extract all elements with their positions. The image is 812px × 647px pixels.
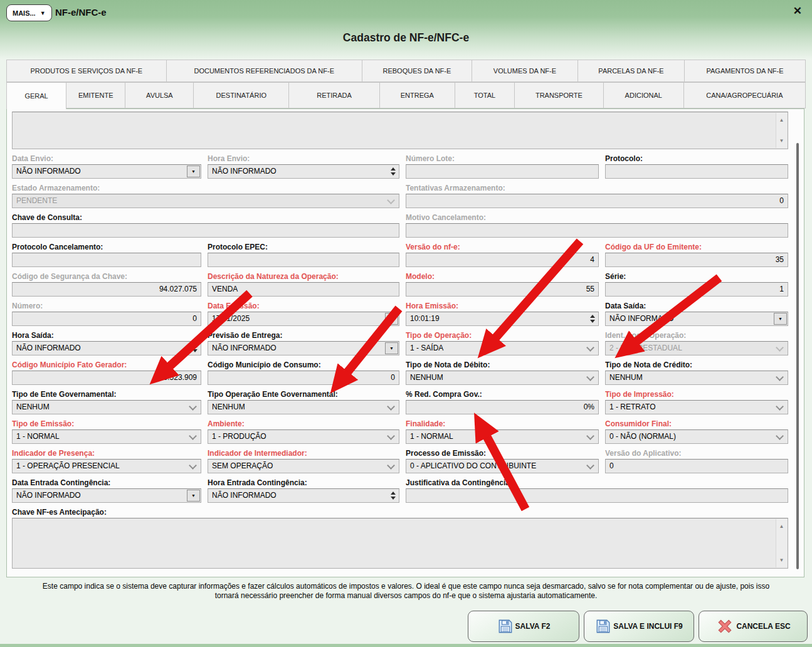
tipo-nota-credito-input[interactable]: NENHUM (605, 371, 788, 385)
observacoes-topo-input[interactable]: ▲▼ (12, 112, 788, 149)
spinner-down-icon[interactable] (192, 349, 198, 352)
indicador-intermediador-input[interactable]: SEM OPERAÇÃO (208, 459, 399, 473)
cancela-esc-button[interactable]: CANCELA ESC (699, 611, 808, 642)
consumidor-final-chevron-down-icon[interactable] (776, 432, 784, 440)
tipo-impressao-chevron-down-icon[interactable] (776, 402, 784, 411)
tab-cana-agropecuária[interactable]: CANA/AGROPECUÁRIA (683, 82, 806, 108)
tab-avulsa[interactable]: AVULSA (125, 82, 194, 108)
tipo-operacao-ente-governamental-input[interactable]: NENHUM (208, 400, 399, 414)
justificativa-contingencia-input[interactable] (406, 488, 788, 503)
consumidor-final-input[interactable]: 0 - NÃO (NORMAL) (605, 429, 788, 444)
estado-armazenamento-input[interactable]: PENDENTE (12, 194, 399, 208)
previsao-entrega-dropdown-button[interactable]: ▼ (385, 342, 398, 354)
tab-documentos-referenciados-da-nf-e[interactable]: DOCUMENTOS REFERENCIADOS DA NF-E (166, 60, 362, 82)
tipo-impressao-input[interactable]: 1 - RETRATO (605, 400, 788, 414)
processo-emissao-chevron-down-icon[interactable] (586, 461, 594, 470)
codigo-municipio-fato-gerador-input[interactable]: 3.523.909 (12, 371, 201, 385)
versao-nfe-input[interactable]: 4 (406, 253, 599, 267)
chave-nfes-antecipacao-input[interactable]: ▲▼ (12, 518, 788, 569)
serie-input[interactable]: 1 (605, 282, 788, 297)
versao-aplicativo-input[interactable]: 0 (605, 459, 788, 473)
data-entrada-contingencia-dropdown-button[interactable]: ▼ (187, 490, 200, 502)
hora-saida-spinner[interactable] (191, 342, 199, 355)
hora-entrada-contingencia-input[interactable]: NÃO INFORMADO (208, 488, 399, 503)
protocolo-cancelamento-input[interactable] (12, 253, 201, 267)
chave-consulta-input[interactable] (12, 223, 399, 238)
spinner-up-icon[interactable] (391, 167, 396, 171)
finalidade-chevron-down-icon[interactable] (586, 432, 594, 440)
tab-entrega[interactable]: ENTREGA (379, 82, 455, 108)
ambiente-input[interactable]: 1 - PRODUÇÃO (208, 429, 399, 444)
data-emissao-input[interactable]: 17/01/2025▼ (208, 312, 399, 326)
scroll-up-icon[interactable]: ▲ (776, 520, 787, 533)
scroll-down-icon[interactable]: ▼ (776, 554, 787, 567)
tab-adicional[interactable]: ADICIONAL (603, 82, 684, 108)
tipo-ente-governamental-input[interactable]: NENHUM (12, 400, 201, 414)
ident-local-operacao-input[interactable]: 2 - INTERESTADUAL (605, 341, 788, 355)
codigo-municipio-consumo-input[interactable]: 0 (208, 371, 399, 385)
data-saida-input[interactable]: NÃO INFORMADO▼ (605, 312, 788, 326)
finalidade-input[interactable]: 1 - NORMAL (406, 429, 599, 444)
motivo-cancelamento-input[interactable] (406, 223, 788, 238)
hora-emissao-spinner[interactable] (588, 312, 596, 325)
spinner-down-icon[interactable] (391, 172, 396, 176)
tab-emitente[interactable]: EMITENTE (66, 82, 125, 108)
tipo-emissao-chevron-down-icon[interactable] (189, 432, 197, 440)
tipo-ente-governamental-chevron-down-icon[interactable] (189, 402, 197, 411)
spinner-up-icon[interactable] (590, 315, 595, 318)
data-emissao-dropdown-button[interactable]: ▼ (385, 313, 398, 325)
hora-saida-input[interactable]: NÃO INFORMADO (12, 341, 201, 355)
perc-red-compra-gov-input[interactable]: 0% (406, 400, 599, 414)
tab-transporte[interactable]: TRANSPORTE (514, 82, 604, 108)
modelo-input[interactable]: 55 (406, 282, 599, 297)
chave-nfes-antecipacao-scrollbar[interactable]: ▲▼ (776, 519, 787, 567)
salva-f2-button[interactable]: SALVA F2 (468, 611, 579, 642)
estado-armazenamento-chevron-down-icon[interactable] (387, 196, 395, 204)
tab-destinatário[interactable]: DESTINATÁRIO (193, 82, 289, 108)
numero-input[interactable]: 0 (12, 312, 201, 326)
tipo-nota-debito-input[interactable]: NENHUM (406, 371, 599, 385)
panel-scrollbar[interactable] (793, 143, 802, 569)
descricao-natureza-operacao-input[interactable]: VENDA (208, 282, 399, 297)
data-saida-dropdown-button[interactable]: ▼ (774, 313, 787, 325)
scroll-up-icon[interactable]: ▲ (776, 113, 787, 127)
spinner-down-icon[interactable] (391, 497, 396, 500)
tab-geral[interactable]: GERAL (6, 82, 66, 109)
data-envio-dropdown-button[interactable]: ▼ (187, 166, 200, 177)
scroll-down-icon[interactable]: ▼ (776, 134, 787, 147)
tab-pagamentos-da-nf-e[interactable]: PAGAMENTOS DA NF-E (684, 60, 806, 82)
hora-envio-input[interactable]: NÃO INFORMADO (208, 164, 399, 179)
tab-parcelas-da-nf-e[interactable]: PARCELAS DA NF-E (577, 60, 685, 82)
indicador-presenca-input[interactable]: 1 - OPERAÇÃO PRESENCIAL (12, 459, 201, 473)
close-icon[interactable]: ✕ (793, 6, 802, 16)
spinner-up-icon[interactable] (391, 492, 396, 495)
tab-total[interactable]: TOTAL (455, 82, 515, 108)
spinner-down-icon[interactable] (590, 320, 595, 323)
tipo-operacao-input[interactable]: 1 - SAÍDA (406, 341, 599, 355)
hora-envio-spinner[interactable] (389, 165, 397, 178)
ident-local-operacao-chevron-down-icon[interactable] (776, 344, 784, 352)
data-entrada-contingencia-input[interactable]: NÃO INFORMADO▼ (12, 488, 201, 503)
tab-produtos-e-serviços-da-nf-e[interactable]: PRODUTOS E SERVIÇOS DA NF-E (6, 60, 167, 82)
tipo-operacao-ente-governamental-chevron-down-icon[interactable] (387, 402, 395, 411)
observacoes-topo-scrollbar[interactable]: ▲▼ (776, 113, 787, 148)
tipo-nota-debito-chevron-down-icon[interactable] (586, 373, 594, 381)
salva-e-inclui-f9-button[interactable]: SALVA E INCLUI F9 (584, 611, 694, 642)
protocolo-input[interactable] (605, 164, 788, 179)
spinner-up-icon[interactable] (192, 344, 198, 347)
indicador-presenca-chevron-down-icon[interactable] (189, 461, 197, 470)
tipo-operacao-chevron-down-icon[interactable] (586, 344, 594, 352)
panel-scrollbar-thumb[interactable] (796, 143, 799, 569)
protocolo-epec-input[interactable] (208, 253, 399, 267)
data-envio-input[interactable]: NÃO INFORMADO▼ (12, 164, 201, 179)
tipo-nota-credito-chevron-down-icon[interactable] (776, 373, 784, 381)
more-button[interactable]: MAIS... ▼ (6, 4, 52, 21)
processo-emissao-input[interactable]: 0 - APLICATIVO DO CONTRIBUINTE (406, 459, 599, 473)
codigo-uf-emitente-input[interactable]: 35 (605, 253, 788, 267)
ambiente-chevron-down-icon[interactable] (387, 432, 395, 440)
numero-lote-input[interactable] (406, 164, 599, 179)
tab-reboques-da-nf-e[interactable]: REBOQUES DA NF-E (362, 60, 472, 82)
tab-volumes-da-nf-e[interactable]: VOLUMES DA NF-E (472, 60, 578, 82)
codigo-seguranca-chave-input[interactable]: 94.027.075 (12, 282, 201, 297)
tab-retirada[interactable]: RETIRADA (288, 82, 380, 108)
